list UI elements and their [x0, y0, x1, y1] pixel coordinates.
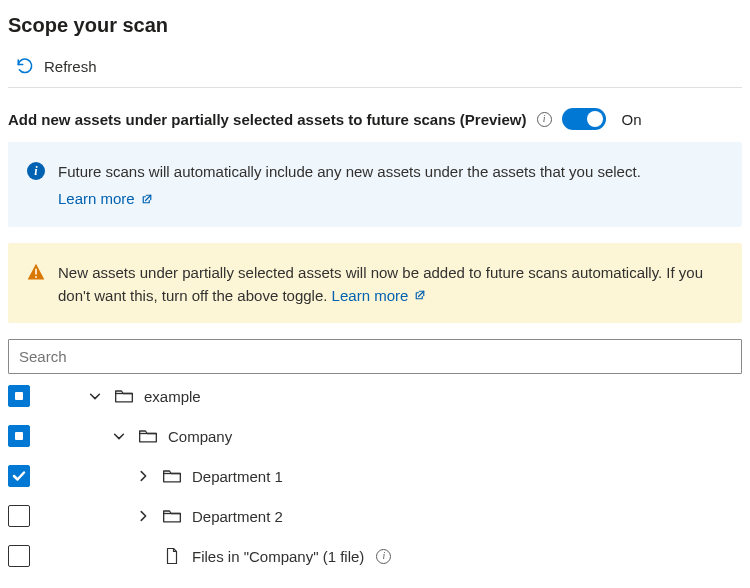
chevron-down-icon[interactable]: [86, 387, 104, 405]
toggle-label: Add new assets under partially selected …: [8, 111, 527, 128]
folder-icon: [162, 466, 182, 486]
toggle-switch[interactable]: [562, 108, 606, 130]
toggle-knob: [587, 111, 603, 127]
info-filled-icon: i: [26, 161, 46, 181]
info-icon[interactable]: i: [376, 549, 391, 564]
svg-rect-1: [35, 276, 37, 278]
tree-row-label: Department 1: [192, 468, 283, 485]
checkbox[interactable]: [8, 465, 30, 487]
refresh-label: Refresh: [44, 58, 97, 75]
page-title: Scope your scan: [8, 14, 742, 37]
checkbox[interactable]: [8, 545, 30, 567]
learn-more-label: Learn more: [332, 284, 409, 307]
tree-row[interactable]: Files in "Company" (1 file)i: [8, 536, 742, 576]
file-icon: [162, 546, 182, 566]
checkbox[interactable]: [8, 385, 30, 407]
folder-icon: [138, 426, 158, 446]
tree-row-label: example: [144, 388, 201, 405]
info-banner-learn-more-link[interactable]: Learn more: [58, 187, 641, 210]
asset-tree: exampleCompanyDepartment 1Department 2Fi…: [8, 376, 742, 576]
toggle-state-label: On: [622, 111, 642, 128]
chevron-right-icon[interactable]: [134, 467, 152, 485]
checkbox[interactable]: [8, 505, 30, 527]
refresh-icon: [16, 57, 34, 75]
search-input[interactable]: [8, 339, 742, 374]
tree-row[interactable]: Department 2: [8, 496, 742, 536]
refresh-button[interactable]: Refresh: [8, 51, 742, 88]
warning-icon: [26, 262, 46, 282]
learn-more-label: Learn more: [58, 187, 135, 210]
tree-row[interactable]: Company: [8, 416, 742, 456]
tree-row-label: Files in "Company" (1 file): [192, 548, 364, 565]
svg-rect-0: [35, 268, 37, 274]
external-link-icon: [141, 193, 153, 205]
info-banner-text: Future scans will automatically include …: [58, 163, 641, 180]
tree-row-label: Department 2: [192, 508, 283, 525]
warning-banner-learn-more-link[interactable]: Learn more: [332, 284, 427, 307]
checkbox[interactable]: [8, 425, 30, 447]
folder-icon: [162, 506, 182, 526]
external-link-icon: [414, 289, 426, 301]
info-icon[interactable]: i: [537, 112, 552, 127]
tree-row-label: Company: [168, 428, 232, 445]
chevron-right-icon[interactable]: [134, 507, 152, 525]
chevron-down-icon[interactable]: [110, 427, 128, 445]
info-banner: i Future scans will automatically includ…: [8, 142, 742, 227]
tree-row[interactable]: Department 1: [8, 456, 742, 496]
tree-row[interactable]: example: [8, 376, 742, 416]
warning-banner: New assets under partially selected asse…: [8, 243, 742, 324]
folder-icon: [114, 386, 134, 406]
